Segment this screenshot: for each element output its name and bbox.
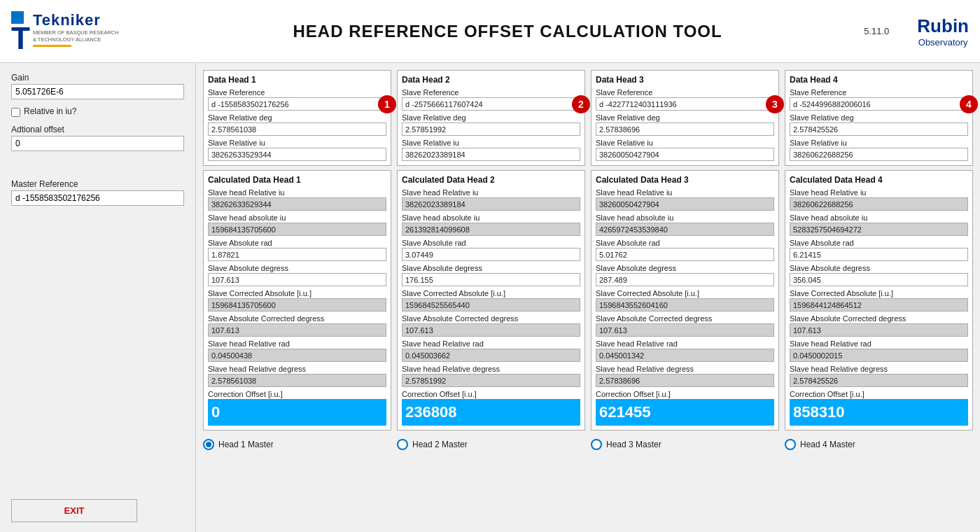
field-value-2-7: 2.57851992 bbox=[402, 374, 580, 387]
field-value-2-2: 3.07449 bbox=[402, 248, 580, 261]
slave-rel-deg-value-1: 2.578561038 bbox=[208, 122, 386, 136]
gain-input[interactable] bbox=[11, 84, 184, 99]
header-right: 5.11.0 Rubin Observatory bbox=[864, 15, 969, 48]
slave-rel-iu-label-3: Slave Relative iu bbox=[596, 139, 774, 147]
calc-head-2: Calculated Data Head 2 Slave head Relati… bbox=[397, 170, 585, 430]
field-value-1-5: 107.613 bbox=[208, 323, 386, 337]
slave-rel-iu-value-4: 38260622688256 bbox=[790, 148, 968, 161]
header: T Tekniker MEMBER OF BASQUE RESEARCH & T… bbox=[0, 0, 980, 63]
master-item-4: Head 4 Master bbox=[785, 439, 973, 450]
logo-subtitle2: & TECHNOLOGY ALLIANCE bbox=[33, 36, 119, 43]
slave-rel-deg-value-2: 2.57851992 bbox=[402, 122, 580, 136]
slave-rel-deg-label-2: Slave Relative deg bbox=[402, 113, 580, 122]
heads-row: Data Head 1 Slave Reference d -155858350… bbox=[203, 70, 973, 450]
master-reference-input[interactable] bbox=[11, 190, 184, 206]
head-col-3: Data Head 3 Slave Reference d -422771240… bbox=[591, 70, 779, 450]
field-value-1-3: 107.613 bbox=[208, 273, 386, 286]
relative-iu-row: Relative in iu? bbox=[11, 106, 184, 118]
field-value-3-2: 5.01762 bbox=[596, 248, 774, 261]
field-label-2-2: Slave Absolute rad bbox=[402, 239, 580, 247]
master-label-2: Head 2 Master bbox=[412, 440, 468, 449]
master-reference-label: Master Reference bbox=[11, 179, 184, 189]
field-label-3-3: Slave Absolute degress bbox=[596, 264, 774, 272]
master-radio-1[interactable] bbox=[203, 439, 214, 450]
field-label-4-7: Slave head Relative degress bbox=[790, 365, 968, 373]
slave-rel-iu-value-1: 38262633529344 bbox=[208, 148, 386, 161]
calc-head-title-4: Calculated Data Head 4 bbox=[790, 175, 968, 185]
field-value-2-6: 0.045003662 bbox=[402, 349, 580, 362]
data-head-1: Data Head 1 Slave Reference d -155858350… bbox=[203, 70, 391, 166]
field-label-4-2: Slave Absolute rad bbox=[790, 239, 968, 247]
badge-1: 1 bbox=[378, 95, 396, 113]
calc-head-title-2: Calculated Data Head 2 bbox=[402, 175, 580, 185]
master-label-4: Head 4 Master bbox=[800, 440, 855, 449]
field-value-1-2: 1.87821 bbox=[208, 248, 386, 261]
field-label-2-8: Correction Offset [i.u.] bbox=[402, 390, 580, 398]
slave-rel-deg-label-3: Slave Relative deg bbox=[596, 113, 774, 122]
additional-offset-section: Adtional offset bbox=[11, 125, 184, 151]
spacer1 bbox=[11, 158, 184, 172]
data-head-title-4: Data Head 4 bbox=[790, 75, 968, 85]
field-value-3-8: 621455 bbox=[596, 399, 774, 426]
field-value-2-5: 107.613 bbox=[402, 323, 580, 337]
field-value-4-0: 38260622688256 bbox=[790, 197, 968, 211]
field-label-1-8: Correction Offset [i.u.] bbox=[208, 390, 386, 398]
master-item-1: Head 1 Master bbox=[203, 439, 391, 450]
slave-ref-label-2: Slave Reference bbox=[402, 88, 580, 97]
field-label-4-4: Slave Corrected Absolute [i.u.] bbox=[790, 289, 968, 298]
field-label-4-0: Slave head Relative iu bbox=[790, 188, 968, 197]
field-label-3-1: Slave head absolute iu bbox=[596, 214, 774, 222]
master-radio-4[interactable] bbox=[785, 439, 796, 450]
master-reference-section: Master Reference bbox=[11, 179, 184, 206]
field-label-2-5: Slave Absolute Corrected degress bbox=[402, 314, 580, 323]
logo-bar bbox=[33, 45, 71, 47]
additional-offset-label: Adtional offset bbox=[11, 125, 184, 134]
field-value-1-0: 38262633529344 bbox=[208, 197, 386, 211]
logo-t-letter: T bbox=[11, 25, 30, 51]
field-label-2-3: Slave Absolute degress bbox=[402, 264, 580, 272]
data-area: Data Head 1 Slave Reference d -155858350… bbox=[196, 63, 980, 532]
field-label-2-6: Slave head Relative rad bbox=[402, 340, 580, 348]
logo-company-name: Tekniker bbox=[33, 11, 119, 29]
field-label-1-5: Slave Absolute Corrected degress bbox=[208, 314, 386, 323]
field-value-4-2: 6.21415 bbox=[790, 248, 968, 261]
master-radio-3[interactable] bbox=[591, 439, 602, 450]
master-label-3: Head 3 Master bbox=[606, 440, 662, 449]
master-radio-2[interactable] bbox=[397, 439, 408, 450]
field-value-1-1: 159684135705600 bbox=[208, 223, 386, 236]
field-value-3-3: 287.489 bbox=[596, 273, 774, 286]
calc-head-4: Calculated Data Head 4 Slave head Relati… bbox=[785, 170, 973, 430]
field-label-3-7: Slave head Relative degress bbox=[596, 365, 774, 373]
field-label-4-8: Correction Offset [i.u.] bbox=[790, 390, 968, 398]
field-value-4-4: 1596844124864512 bbox=[790, 298, 968, 312]
master-label-1: Head 1 Master bbox=[218, 440, 274, 449]
main-content: Gain Relative in iu? Adtional offset Mas… bbox=[0, 63, 980, 532]
field-label-1-3: Slave Absolute degress bbox=[208, 264, 386, 272]
calc-head-title-3: Calculated Data Head 3 bbox=[596, 175, 774, 185]
slave-rel-deg-value-3: 2.57838696 bbox=[596, 122, 774, 136]
slave-ref-value-2: d -2575666117607424 bbox=[402, 97, 580, 111]
data-head-2: Data Head 2 Slave Reference d -257566611… bbox=[397, 70, 585, 166]
slave-ref-value-4: d -5244996882006016 bbox=[790, 97, 968, 111]
relative-iu-checkbox[interactable] bbox=[11, 108, 20, 117]
master-item-3: Head 3 Master bbox=[591, 439, 779, 450]
master-item-2: Head 2 Master bbox=[397, 439, 585, 450]
head-col-1: Data Head 1 Slave Reference d -155858350… bbox=[203, 70, 391, 450]
additional-offset-input[interactable] bbox=[11, 136, 184, 151]
slave-rel-deg-value-4: 2.578425526 bbox=[790, 122, 968, 136]
field-label-4-5: Slave Absolute Corrected degress bbox=[790, 314, 968, 323]
field-label-2-1: Slave head absolute iu bbox=[402, 214, 580, 222]
slave-rel-iu-value-3: 38260050427904 bbox=[596, 148, 774, 161]
rubin-logo: Rubin Observatory bbox=[917, 15, 969, 48]
data-head-4: Data Head 4 Slave Reference d -524499688… bbox=[785, 70, 973, 166]
field-value-4-5: 107.613 bbox=[790, 323, 968, 337]
data-head-title-1: Data Head 1 bbox=[208, 75, 386, 85]
slave-ref-value-3: d -4227712403111936 bbox=[596, 97, 774, 111]
left-panel: Gain Relative in iu? Adtional offset Mas… bbox=[0, 63, 196, 532]
field-label-3-5: Slave Absolute Corrected degress bbox=[596, 314, 774, 323]
field-value-1-7: 2.578561038 bbox=[208, 374, 386, 387]
slave-rel-deg-label-1: Slave Relative deg bbox=[208, 113, 386, 122]
exit-button[interactable]: EXIT bbox=[11, 499, 137, 522]
logo-area: T Tekniker MEMBER OF BASQUE RESEARCH & T… bbox=[11, 11, 151, 51]
field-value-1-4: 159684135705600 bbox=[208, 298, 386, 312]
